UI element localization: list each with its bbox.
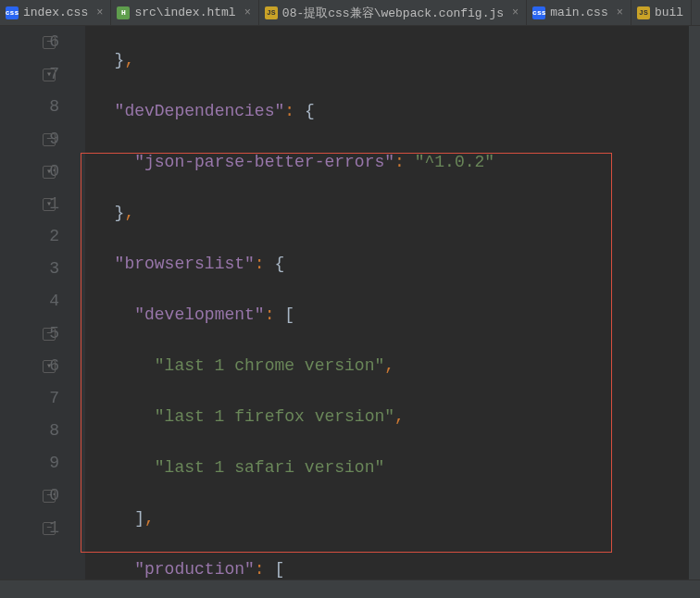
code-line: "browserslist": { [94, 248, 700, 280]
fold-open-icon[interactable]: ▾ [43, 198, 56, 211]
line-number: 1▾ [0, 188, 59, 220]
tab-webpack-config[interactable]: JS 08-提取css兼容\webpack.config.js × [259, 0, 527, 25]
line-number-gutter: 6− 7▾ 8 9− 0▾ 1▾ 2 3 4 5− 6▾ 7 8 9 0− 1− [0, 26, 85, 598]
code-line: ], [94, 503, 700, 535]
fold-open-icon[interactable]: ▾ [43, 166, 56, 179]
fold-close-icon[interactable]: − [43, 328, 56, 341]
code-line: "development": [ [94, 299, 700, 331]
tab-bar: css index.css × H src\index.html × JS 08… [0, 0, 700, 26]
code-line: }, [94, 44, 700, 77]
js-file-icon: JS [265, 6, 278, 19]
code-line: "last 1 chrome version", [94, 350, 700, 382]
css-file-icon: css [6, 6, 19, 19]
line-number: 8 [0, 415, 59, 447]
line-number: 4 [0, 285, 59, 318]
close-icon[interactable]: × [244, 6, 251, 19]
line-number: 6▾ [0, 350, 59, 382]
code-line: "json-parse-better-errors": "^1.0.2" [94, 146, 700, 179]
line-number: 5− [0, 318, 59, 350]
tab-src-index-html[interactable]: H src\index.html × [111, 0, 258, 25]
tab-index-css[interactable]: css index.css × [0, 0, 111, 25]
status-bar [0, 579, 700, 598]
fold-close-icon[interactable]: − [43, 522, 56, 535]
tab-label: 08-提取css兼容\webpack.config.js [282, 5, 504, 21]
line-number: 9 [0, 447, 59, 480]
code-area[interactable]: }, "devDependencies": { "json-parse-bett… [85, 26, 700, 598]
tab-label: index.css [23, 6, 88, 19]
line-number: 6− [0, 26, 59, 58]
code-line: "last 1 safari version" [94, 452, 700, 484]
close-icon[interactable]: × [512, 6, 519, 19]
fold-open-icon[interactable]: ▾ [43, 360, 56, 373]
line-number: 1− [0, 512, 59, 544]
fold-close-icon[interactable]: − [43, 36, 56, 49]
fold-open-icon[interactable]: ▾ [43, 69, 56, 81]
line-number: 0▾ [0, 156, 59, 188]
code-editor[interactable]: 6− 7▾ 8 9− 0▾ 1▾ 2 3 4 5− 6▾ 7 8 9 0− 1−… [0, 26, 700, 598]
tab-build[interactable]: JS buil [631, 0, 692, 25]
tab-label: main.css [550, 6, 607, 19]
close-icon[interactable]: × [96, 6, 103, 19]
tab-label: src\index.html [134, 6, 235, 19]
close-icon[interactable]: × [617, 6, 623, 19]
fold-close-icon[interactable]: − [43, 133, 56, 146]
tab-main-css[interactable]: css main.css × [527, 0, 631, 25]
fold-close-icon[interactable]: − [43, 490, 56, 503]
code-line: }, [94, 197, 700, 230]
line-number: 7 [0, 382, 59, 415]
line-number: 7▾ [0, 58, 59, 91]
js-file-icon: JS [637, 6, 650, 19]
html-file-icon: H [117, 6, 130, 19]
tab-label: buil [655, 6, 683, 19]
line-number: 3 [0, 253, 59, 285]
code-line: "devDependencies": { [94, 95, 700, 128]
line-number: 9− [0, 123, 59, 156]
line-number: 2 [0, 220, 59, 253]
line-number: 8 [0, 91, 59, 123]
vertical-scrollbar[interactable] [689, 26, 700, 579]
code-line: "last 1 firefox version", [94, 401, 700, 433]
line-number: 0− [0, 480, 59, 512]
css-file-icon: css [532, 6, 545, 19]
